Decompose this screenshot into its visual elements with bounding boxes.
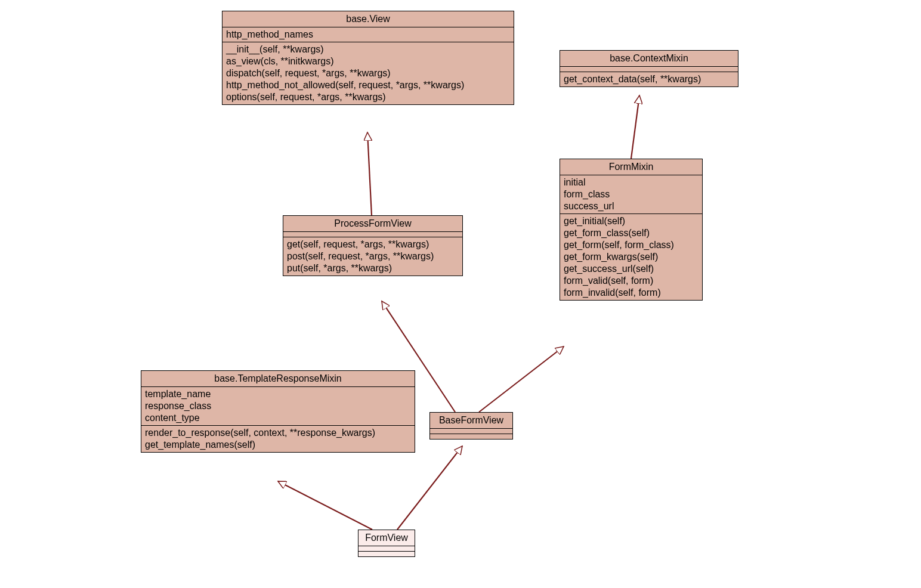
method: get_template_names(self) <box>145 439 411 451</box>
method: get_success_url(self) <box>564 263 699 275</box>
method: get_form(self, form_class) <box>564 239 699 251</box>
method: get_initial(self) <box>564 215 699 227</box>
method: http_method_not_allowed(self, request, *… <box>226 79 510 91</box>
attr: response_class <box>145 400 411 412</box>
attributes-section <box>430 429 512 434</box>
attributes-section: http_method_names <box>222 27 514 42</box>
attributes-section <box>358 546 415 552</box>
method: get(self, request, *args, **kwargs) <box>287 239 459 250</box>
class-process-form-view: ProcessFormView get(self, request, *args… <box>283 215 463 276</box>
methods-section: __init__(self, **kwargs) as_view(cls, **… <box>222 42 514 104</box>
class-title: base.ContextMixin <box>560 51 738 67</box>
methods-section: render_to_response(self, context, **resp… <box>141 426 415 452</box>
class-title: ProcessFormView <box>283 216 462 232</box>
method: post(self, request, *args, **kwargs) <box>287 250 459 262</box>
class-title: FormView <box>358 530 415 546</box>
methods-section: get(self, request, *args, **kwargs) post… <box>283 237 462 276</box>
attr: initial <box>564 177 699 188</box>
method: form_invalid(self, form) <box>564 287 699 299</box>
attr: success_url <box>564 200 699 212</box>
class-context-mixin: base.ContextMixin get_context_data(self,… <box>560 50 738 87</box>
svg-line-1 <box>631 95 639 159</box>
method: as_view(cls, **initkwargs) <box>226 55 510 67</box>
class-form-view: FormView <box>358 530 415 557</box>
class-base-form-view: BaseFormView <box>429 412 513 440</box>
method: get_form_class(self) <box>564 227 699 239</box>
methods-section: get_initial(self) get_form_class(self) g… <box>560 214 702 300</box>
svg-line-3 <box>479 346 564 412</box>
method: form_valid(self, form) <box>564 275 699 287</box>
attr: content_type <box>145 412 411 424</box>
class-form-mixin: FormMixin initial form_class success_url… <box>560 159 703 301</box>
uml-canvas: base.View http_method_names __init__(sel… <box>0 0 921 588</box>
method: get_form_kwargs(self) <box>564 251 699 263</box>
method: get_context_data(self, **kwargs) <box>564 73 734 85</box>
class-title: BaseFormView <box>430 413 512 429</box>
svg-line-0 <box>367 132 372 215</box>
attr: form_class <box>564 188 699 200</box>
method: options(self, request, *args, **kwargs) <box>226 91 510 103</box>
methods-section <box>430 434 512 439</box>
class-title: base.TemplateResponseMixin <box>141 371 415 387</box>
method: __init__(self, **kwargs) <box>226 44 510 55</box>
attributes-section <box>560 67 738 72</box>
attributes-section: initial form_class success_url <box>560 175 702 214</box>
class-title: base.View <box>222 11 514 27</box>
methods-section <box>358 552 415 556</box>
method: put(self, *args, **kwargs) <box>287 262 459 274</box>
attributes-section <box>283 232 462 237</box>
attributes-section: template_name response_class content_typ… <box>141 387 415 426</box>
attr: http_method_names <box>226 29 510 41</box>
class-template-response-mixin: base.TemplateResponseMixin template_name… <box>141 370 415 453</box>
method: render_to_response(self, context, **resp… <box>145 427 411 439</box>
class-base-view: base.View http_method_names __init__(sel… <box>222 11 514 105</box>
attr: template_name <box>145 388 411 400</box>
methods-section: get_context_data(self, **kwargs) <box>560 72 738 86</box>
svg-line-5 <box>397 446 462 530</box>
method: dispatch(self, request, *args, **kwargs) <box>226 67 510 79</box>
class-title: FormMixin <box>560 159 702 175</box>
svg-line-4 <box>278 481 372 530</box>
